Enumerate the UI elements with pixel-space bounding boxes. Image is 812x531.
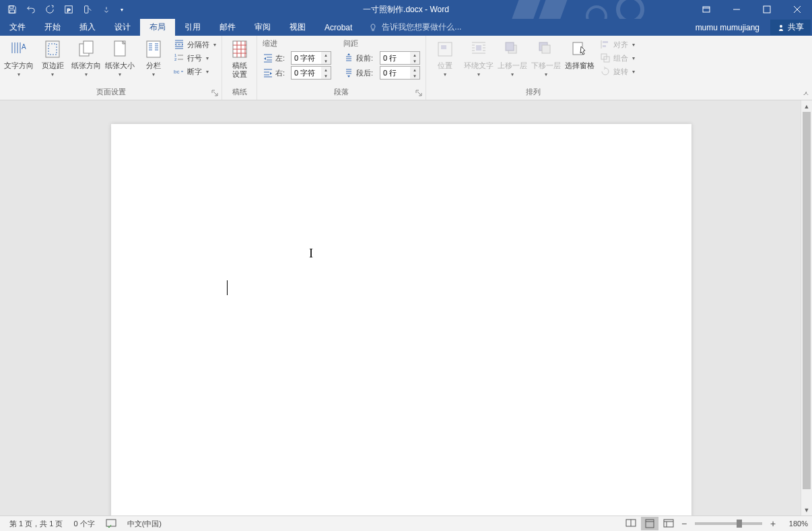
quick-access-toolbar: P ▾ xyxy=(0,1,127,18)
print-layout-button[interactable] xyxy=(641,517,658,530)
tab-review[interactable]: 审阅 xyxy=(245,19,280,36)
selection-pane-label: 选择窗格 xyxy=(565,61,595,70)
spacing-before-row: 段前: ▲▼ xyxy=(343,51,420,65)
forward-icon xyxy=(502,38,523,60)
indent-left-down[interactable]: ▼ xyxy=(321,58,331,64)
zoom-thumb[interactable] xyxy=(737,520,742,528)
language-button[interactable]: 中文(中国) xyxy=(122,519,167,529)
svg-point-11 xyxy=(780,25,782,28)
page-setup-launcher[interactable] xyxy=(211,90,219,98)
read-mode-button[interactable] xyxy=(622,517,640,530)
document-canvas[interactable]: I ▲ ▼ xyxy=(0,100,812,516)
orientation-label: 纸张方向 xyxy=(71,61,101,70)
word-count[interactable]: 0 个字 xyxy=(68,519,100,529)
bring-forward-button: 上移一层 ▾ xyxy=(496,37,529,79)
scroll-down-button[interactable]: ▼ xyxy=(801,504,812,516)
maximize-button[interactable] xyxy=(751,0,782,19)
spacing-after-label: 段后: xyxy=(356,68,378,78)
svg-rect-16 xyxy=(83,41,93,53)
rotate-icon xyxy=(600,66,611,77)
tab-acrobat[interactable]: Acrobat xyxy=(315,19,362,36)
tab-view[interactable]: 视图 xyxy=(280,19,315,36)
indent-left-up[interactable]: ▲ xyxy=(321,52,331,58)
zoom-slider[interactable] xyxy=(695,522,762,525)
tab-file[interactable]: 文件 xyxy=(0,19,35,36)
paragraph-launcher[interactable] xyxy=(415,90,424,98)
page-count[interactable]: 第 1 页，共 1 页 xyxy=(4,519,68,529)
text-direction-label: 文字方向 xyxy=(4,61,34,70)
hyphenation-label: 断字 xyxy=(187,67,202,77)
undo-button[interactable] xyxy=(23,1,39,18)
position-label: 位置 xyxy=(438,61,452,70)
indent-title: 缩进 xyxy=(263,38,331,49)
lightbulb-icon xyxy=(368,23,378,32)
zoom-percent[interactable]: 180% xyxy=(780,520,808,528)
collapse-ribbon-button[interactable]: ㅅ xyxy=(803,89,809,98)
qat-more-button[interactable] xyxy=(98,1,114,18)
touch-mode-button[interactable] xyxy=(79,1,96,18)
redo-button[interactable] xyxy=(42,1,58,18)
group-label-arrange: 排列 xyxy=(429,86,638,100)
spacing-before-down[interactable]: ▼ xyxy=(410,58,419,64)
margins-button[interactable]: 页边距 ▾ xyxy=(36,37,69,79)
indent-left-label: 左: xyxy=(275,53,289,63)
share-button[interactable]: 共享 xyxy=(770,20,811,35)
status-right: − + 180% xyxy=(622,517,808,530)
spacing-before-up[interactable]: ▲ xyxy=(410,52,419,58)
svg-rect-0 xyxy=(10,6,13,9)
indent-right-down[interactable]: ▼ xyxy=(321,73,331,79)
group-obj-label: 组合 xyxy=(613,53,628,63)
tab-insert[interactable]: 插入 xyxy=(70,19,105,36)
zoom-out-button[interactable]: − xyxy=(679,518,689,529)
manuscript-settings-button[interactable]: 稿纸 设置 xyxy=(225,37,254,80)
svg-point-6 xyxy=(587,7,606,19)
group-paragraph: 缩进 左: ▲▼ 右: ▲▼ 间距 段前: ▲▼ xyxy=(257,36,426,100)
scroll-track[interactable] xyxy=(801,112,812,504)
indent-left-icon xyxy=(263,53,273,63)
breaks-button[interactable]: 分隔符▾ xyxy=(171,38,219,51)
spacing-after-up[interactable]: ▲ xyxy=(410,67,419,73)
forward-label: 上移一层 xyxy=(498,61,527,70)
publisher-button[interactable]: P xyxy=(61,1,77,18)
user-name[interactable]: mumu mumujiang xyxy=(690,23,765,32)
zoom-in-button[interactable]: + xyxy=(768,518,778,529)
orientation-button[interactable]: 纸张方向 ▾ xyxy=(70,37,102,79)
vertical-scrollbar[interactable]: ▲ ▼ xyxy=(801,100,812,516)
close-button[interactable] xyxy=(782,0,812,19)
qat-customize-button[interactable]: ▾ xyxy=(117,1,127,18)
svg-rect-32 xyxy=(603,45,606,47)
text-direction-button[interactable]: A 文字方向 ▾ xyxy=(3,37,35,79)
minimize-button[interactable] xyxy=(721,0,751,19)
hyphenation-button[interactable]: bc 断字▾ xyxy=(171,65,219,77)
tab-home[interactable]: 开始 xyxy=(35,19,70,36)
svg-text:2: 2 xyxy=(174,57,177,61)
svg-text:bc: bc xyxy=(174,69,179,75)
web-layout-button[interactable] xyxy=(660,517,677,530)
page-setup-small: 分隔符▾ 12 行号▾ bc 断字▾ xyxy=(171,37,219,77)
tab-mailings[interactable]: 邮件 xyxy=(210,19,245,36)
spacing-before-icon xyxy=(343,53,354,63)
scroll-thumb[interactable] xyxy=(803,112,811,489)
tab-layout[interactable]: 布局 xyxy=(140,19,175,36)
text-direction-icon: A xyxy=(8,38,30,60)
tell-me-search[interactable]: 告诉我您想要做什么... xyxy=(362,19,468,36)
group-label-page-setup: 页面设置 xyxy=(3,86,219,100)
scroll-up-button[interactable]: ▲ xyxy=(801,100,812,112)
selection-pane-button[interactable]: 选择窗格 xyxy=(564,37,596,71)
tab-design[interactable]: 设计 xyxy=(105,19,140,36)
svg-rect-37 xyxy=(646,520,654,528)
tab-references[interactable]: 引用 xyxy=(175,19,210,36)
save-button[interactable] xyxy=(4,1,20,18)
backward-label: 下移一层 xyxy=(531,61,561,70)
ribbon-options-button[interactable] xyxy=(691,0,721,19)
spacing-after-down[interactable]: ▼ xyxy=(410,73,419,79)
columns-button[interactable]: 分栏 ▾ xyxy=(137,37,170,79)
position-icon xyxy=(434,38,456,60)
size-button[interactable]: 纸张大小 ▾ xyxy=(104,37,136,79)
size-label: 纸张大小 xyxy=(105,61,135,70)
page[interactable]: I xyxy=(111,124,691,516)
spellcheck-button[interactable] xyxy=(100,519,122,528)
indent-right-up[interactable]: ▲ xyxy=(321,67,331,73)
align-icon xyxy=(600,39,611,50)
line-numbers-button[interactable]: 12 行号▾ xyxy=(171,52,219,64)
